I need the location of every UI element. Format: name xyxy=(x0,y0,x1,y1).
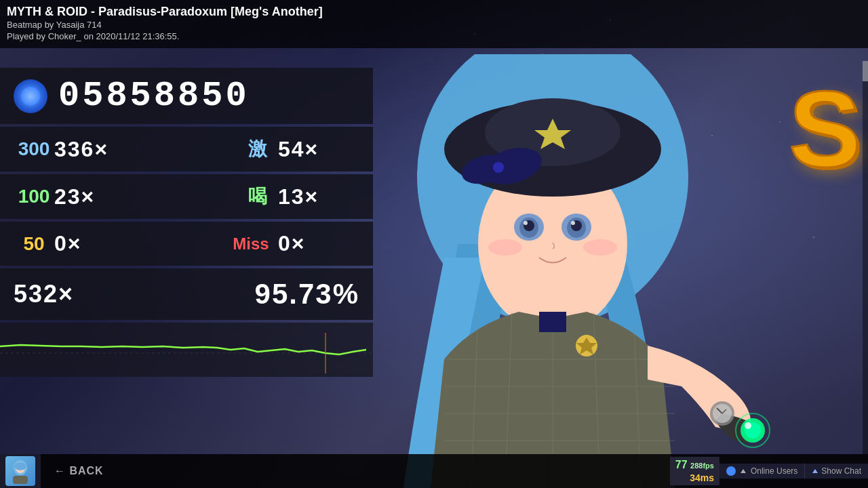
svg-point-29 xyxy=(488,239,522,256)
label-100: 100 xyxy=(14,186,54,207)
show-chat-label: Show Chat xyxy=(821,466,861,476)
rank-badge: S xyxy=(789,75,861,183)
played-line: Played by Choker_ on 2020/11/12 21:36:55… xyxy=(7,31,179,41)
online-icon xyxy=(726,466,736,476)
svg-rect-47 xyxy=(13,476,28,484)
summary-row: 532× 95.73% xyxy=(0,268,373,320)
svg-point-27 xyxy=(524,221,528,225)
score-value: 05858850 xyxy=(58,76,250,116)
results-panel: 05858850 300 336× 激 54× 100 23× 喝 13× 50… xyxy=(0,68,373,377)
avatar-area xyxy=(0,454,41,488)
label-300: 300 xyxy=(14,138,54,160)
label-miss: Miss xyxy=(224,235,278,253)
online-users-button[interactable]: Online Users xyxy=(719,464,804,479)
count-喝: 13× xyxy=(278,184,359,209)
svg-marker-48 xyxy=(741,469,746,473)
show-chat-button[interactable]: Show Chat xyxy=(804,464,868,479)
fps-display: 77 288fps 34ms xyxy=(670,457,719,486)
score-row: 05858850 xyxy=(0,68,373,124)
svg-point-30 xyxy=(583,239,617,256)
score-icon xyxy=(14,79,47,113)
accuracy-graph xyxy=(0,333,373,373)
count-miss: 0× xyxy=(278,231,359,256)
avatar xyxy=(5,456,35,486)
back-button[interactable]: BACK xyxy=(41,465,117,477)
svg-point-34 xyxy=(745,422,751,429)
bottom-bar: BACK 77 288fps 34ms Online Users Show Ch… xyxy=(0,454,868,488)
count-100: 23× xyxy=(54,184,136,209)
beatmap-info: Beatmap by Yasaija 714 Played by Choker_… xyxy=(7,20,861,43)
chat-chevron-icon xyxy=(812,468,818,474)
graph-area xyxy=(0,323,373,377)
count-激: 54× xyxy=(278,137,359,162)
count-50: 0× xyxy=(54,231,136,256)
online-users-label: Online Users xyxy=(751,466,797,476)
fps-value: 77 288fps xyxy=(675,458,714,472)
svg-point-28 xyxy=(571,221,575,225)
stats-row-50: 50 0× Miss 0× xyxy=(0,222,373,266)
count-300: 336× xyxy=(54,137,136,162)
bottom-right: 77 288fps 34ms Online Users Show Chat xyxy=(670,457,868,486)
max-combo: 532× xyxy=(14,280,136,308)
svg-point-46 xyxy=(14,462,26,470)
ms-value: 34ms xyxy=(675,472,714,484)
chevron-up-icon xyxy=(740,468,747,474)
svg-marker-49 xyxy=(812,469,818,473)
stats-row-100: 100 23× 喝 13× xyxy=(0,174,373,219)
svg-rect-31 xyxy=(539,312,566,332)
kanji-喝: 喝 xyxy=(237,184,278,209)
label-50: 50 xyxy=(14,233,54,255)
accuracy: 95.73% xyxy=(255,278,359,310)
svg-point-20 xyxy=(493,162,504,173)
stats-row-300: 300 336× 激 54× xyxy=(0,127,373,171)
beatmap-line: Beatmap by Yasaija 714 xyxy=(7,20,102,30)
kanji-激: 激 xyxy=(237,136,278,162)
top-bar: MYTH & ROID - Paradisus-Paradoxum [Meg's… xyxy=(0,0,868,48)
scrollbar-track[interactable] xyxy=(863,61,868,454)
scrollbar-thumb[interactable] xyxy=(863,61,868,81)
song-title: MYTH & ROID - Paradisus-Paradoxum [Meg's… xyxy=(7,4,861,20)
